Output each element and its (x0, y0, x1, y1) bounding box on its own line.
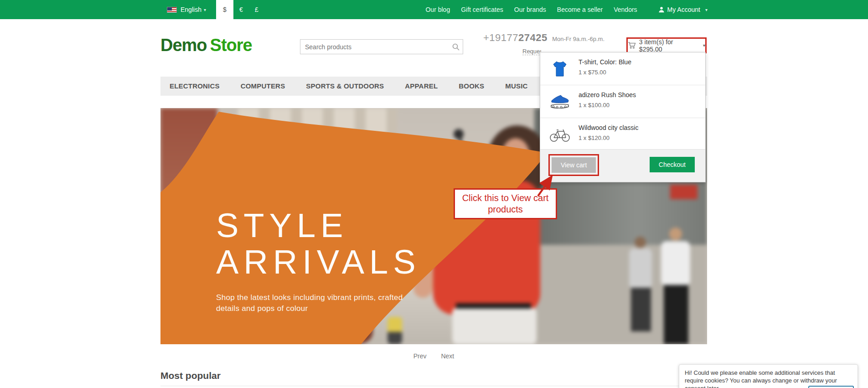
link-our-brands[interactable]: Our brands (514, 6, 546, 13)
nav-item-apparel[interactable]: APPAREL (394, 77, 448, 96)
link-become-a-seller[interactable]: Become a seller (557, 6, 603, 13)
chevron-down-icon: ▾ (705, 7, 708, 12)
hero-title-line2: ARRIVALS (216, 244, 421, 280)
phone-number: +1917727425 (483, 32, 548, 43)
nav-item-sports-outdoors[interactable]: SPORTS & OUTDOORS (295, 77, 394, 96)
store-logo[interactable]: DemoStore (160, 36, 252, 55)
cart-dropdown-toggle[interactable]: 3 item(s) for $295.00 ▾ (626, 37, 707, 53)
annotation-callout: Click this to View cart products (454, 188, 557, 219)
section-divider (160, 386, 707, 386)
nav-item-music[interactable]: MUSIC (495, 77, 538, 96)
logo-text-store: Store (210, 36, 252, 55)
view-cart-button[interactable]: View cart (552, 157, 596, 173)
cart-item-qty-price: 1 x $120.00 (579, 135, 638, 141)
logo-text-demo: Demo (160, 36, 207, 55)
hero-title-line1: STYLE (216, 207, 421, 244)
cart-item-name[interactable]: adizero Rush Shoes (579, 91, 636, 98)
search-input[interactable] (300, 43, 449, 51)
cart-item-name[interactable]: T-shirt, Color: Blue (579, 58, 631, 66)
cookie-notice-text: Hi! Could we please enable some addition… (685, 369, 837, 388)
cart-item-qty-price: 1 x $100.00 (579, 102, 636, 109)
nav-item-books[interactable]: BOOKS (448, 77, 495, 96)
cookie-settings-button[interactable] (808, 386, 854, 388)
my-account-label: My Account (667, 6, 700, 13)
us-flag-icon (167, 7, 177, 13)
cart-dropdown-panel: T-shirt, Color: Blue 1 x $75.00 adizero … (540, 52, 706, 182)
search-box (300, 39, 463, 54)
cart-dropdown-footer: View cart Checkout (540, 149, 705, 182)
nav-item-computers[interactable]: COMPUTERS (230, 77, 296, 96)
cart-item-tshirt: T-shirt, Color: Blue 1 x $75.00 (540, 52, 705, 85)
link-our-blog[interactable]: Our blog (425, 6, 450, 13)
bicycle-thumbnail[interactable] (549, 124, 570, 145)
prev-button[interactable]: Prev (413, 352, 427, 360)
phone-hours: Mon-Fr 9a.m.-6p.m. (552, 36, 604, 42)
my-account-menu[interactable]: My Account ▾ (658, 6, 708, 13)
cart-item-name[interactable]: Wildwood city classic (579, 124, 638, 131)
checkout-button[interactable]: Checkout (650, 157, 695, 172)
request-call-clip: Request a call (522, 47, 541, 55)
cart-item-qty-price: 1 x $75.00 (579, 69, 631, 76)
link-vendors[interactable]: Vendors (614, 6, 637, 13)
cart-item-shoes: adizero Rush Shoes 1 x $100.00 (540, 85, 705, 118)
currency-pound[interactable]: £ (249, 0, 264, 19)
banner-pager: Prev Next (160, 352, 707, 360)
currency-switcher: $ € £ (216, 0, 264, 19)
phone-block: +1917727425 Mon-Fr 9a.m.-6p.m. (483, 32, 604, 44)
next-button[interactable]: Next (441, 352, 454, 360)
currency-euro[interactable]: € (233, 0, 249, 19)
shoes-thumbnail[interactable] (549, 91, 570, 112)
annotation-text-line2: products (488, 204, 523, 215)
annotation-text-line1: Click this to View cart (462, 192, 549, 204)
page: English ▾ $ € £ Our blog Gift certificat… (0, 0, 868, 388)
link-gift-certificates[interactable]: Gift certificates (461, 6, 503, 13)
cart-item-bicycle: Wildwood city classic 1 x $120.00 (540, 118, 705, 150)
request-call-link[interactable]: Request a call (522, 48, 541, 55)
person-icon (658, 6, 665, 13)
cart-icon (628, 42, 636, 49)
chevron-down-icon: ▾ (204, 7, 206, 12)
cart-summary-label: 3 item(s) for $295.00 (639, 38, 698, 53)
hero-text: STYLE ARRIVALS Shop the latest looks inc… (216, 207, 421, 314)
search-icon[interactable] (449, 43, 463, 51)
top-bar: English ▾ $ € £ Our blog Gift certificat… (0, 0, 868, 19)
nav-item-electronics[interactable]: ELECTRONICS (160, 77, 230, 96)
hero-subtitle: Shop the latest looks including vibrant … (216, 292, 421, 314)
tshirt-thumbnail[interactable] (549, 58, 570, 79)
header: DemoStore +1917727425 Mon-Fr 9a.m.-6p.m.… (0, 19, 868, 77)
chevron-down-icon: ▾ (703, 43, 705, 48)
cookie-notice: Hi! Could we please enable some addition… (679, 364, 858, 388)
currency-dollar[interactable]: $ (216, 0, 233, 19)
language-selector[interactable]: English (181, 6, 202, 13)
most-popular-heading: Most popular (160, 370, 221, 381)
